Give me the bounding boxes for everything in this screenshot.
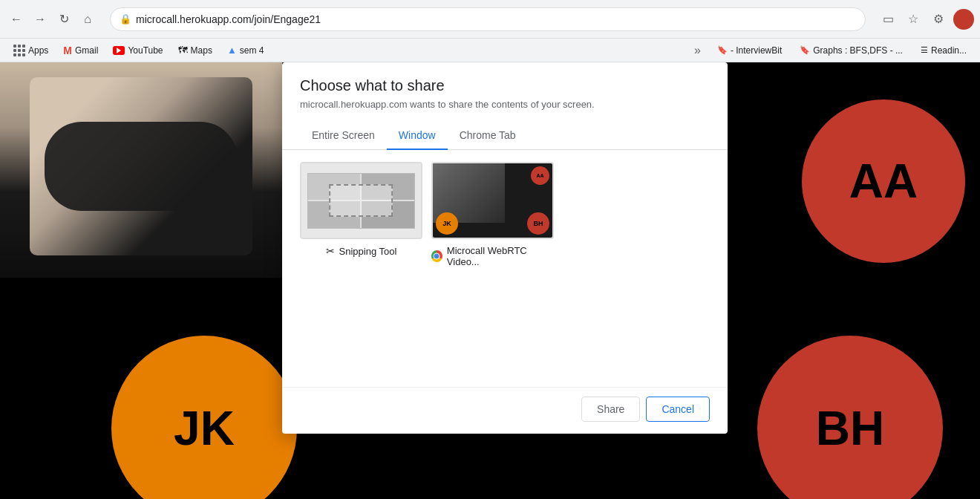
forward-button[interactable]: → <box>30 9 50 30</box>
dialog-content: ✂ Snipping Tool AA JK BH Microcall WebRT <box>282 150 728 387</box>
home-button[interactable]: ⌂ <box>77 9 98 30</box>
snipping-label: ✂ Snipping Tool <box>326 245 397 257</box>
window-option-snipping[interactable]: ✂ Snipping Tool <box>300 162 422 267</box>
dialog-tabs: Entire Screen Window Chrome Tab <box>282 122 728 150</box>
snipping-icon: ✂ <box>326 245 335 257</box>
nav-buttons: ← → ↻ ⌂ <box>6 9 98 30</box>
bookmark-apps[interactable]: Apps <box>7 43 54 58</box>
circle-jk: JK <box>111 336 297 499</box>
tab-entire-screen[interactable]: Entire Screen <box>300 122 387 150</box>
maps-label: Maps <box>191 45 212 56</box>
dialog-title: Choose what to share <box>300 77 710 94</box>
url-text: microcall.herokuapp.com/join/Engage21 <box>136 13 321 25</box>
apps-label: Apps <box>28 45 48 56</box>
bookmark-interviewbit[interactable]: 🔖 - InterviewBit <box>711 44 788 57</box>
page-background: JK BH AA Choose what to share microcall.… <box>0 62 980 499</box>
bookmarks-bar: Apps M Gmail YouTube 🗺 Maps ▲ sem 4 » 🔖 … <box>0 39 980 62</box>
tab-window[interactable]: Window <box>387 122 448 150</box>
apps-grid-icon <box>13 45 25 56</box>
extensions-button[interactable]: ⚙ <box>928 9 949 30</box>
dialog-subtitle: microcall.herokuapp.com wants to share t… <box>300 99 710 110</box>
cast-button[interactable]: ▭ <box>878 9 898 30</box>
back-button[interactable]: ← <box>6 9 27 30</box>
tab-chrome-tab[interactable]: Chrome Tab <box>448 122 528 150</box>
window-option-webrtc[interactable]: AA JK BH Microcall WebRTC Video... <box>431 162 554 267</box>
bookmark-reading[interactable]: ☰ Readin... <box>915 44 973 57</box>
bookmark-sem4[interactable]: ▲ sem 4 <box>221 43 270 57</box>
interviewbit-icon: 🔖 <box>717 45 728 55</box>
gmail-icon: M <box>63 45 72 56</box>
dialog-header: Choose what to share microcall.herokuapp… <box>282 62 728 116</box>
webcam-feed <box>0 62 282 278</box>
sem4-label: sem 4 <box>240 45 264 56</box>
webrtc-thumb: AA JK BH <box>431 162 554 239</box>
webrtc-avatar-jk: JK <box>436 212 458 235</box>
webrtc-label: Microcall WebRTC Video... <box>431 245 554 267</box>
graphs-icon: 🔖 <box>800 45 810 55</box>
circle-bh: BH <box>757 336 943 499</box>
browser-toolbar: ← → ↻ ⌂ 🔒 microcall.herokuapp.com/join/E… <box>0 0 980 39</box>
profile-avatar[interactable] <box>953 9 974 30</box>
chrome-icon <box>431 250 442 262</box>
reload-button[interactable]: ↻ <box>53 9 74 30</box>
bookmark-graphs[interactable]: 🔖 Graphs : BFS,DFS - ... <box>794 44 909 57</box>
cancel-button[interactable]: Cancel <box>646 397 710 422</box>
bookmark-button[interactable]: ☆ <box>903 9 924 30</box>
address-bar[interactable]: 🔒 microcall.herokuapp.com/join/Engage21 <box>110 7 866 31</box>
bookmark-gmail[interactable]: M Gmail <box>57 43 104 58</box>
lock-icon: 🔒 <box>120 13 131 25</box>
youtube-label: YouTube <box>128 45 163 56</box>
bookmark-youtube[interactable]: YouTube <box>107 44 169 57</box>
webcam-area <box>0 62 282 278</box>
drive-icon: ▲ <box>227 45 237 56</box>
reading-icon: ☰ <box>921 45 928 55</box>
bookmark-right-items: 🔖 - InterviewBit 🔖 Graphs : BFS,DFS - ..… <box>711 44 973 57</box>
bookmarks-overflow-button[interactable]: » <box>690 42 705 59</box>
snipping-thumb <box>300 162 422 239</box>
share-dialog: Choose what to share microcall.herokuapp… <box>282 62 728 434</box>
webrtc-avatar-aa: AA <box>531 166 549 185</box>
maps-icon: 🗺 <box>178 45 188 56</box>
share-button[interactable]: Share <box>581 397 640 422</box>
browser-actions: ▭ ☆ ⚙ <box>878 9 974 30</box>
browser-chrome: ← → ↻ ⌂ 🔒 microcall.herokuapp.com/join/E… <box>0 0 980 62</box>
gmail-label: Gmail <box>75 45 98 56</box>
webrtc-avatar-bh: BH <box>527 212 549 235</box>
dialog-footer: Share Cancel <box>282 387 728 434</box>
circle-aa: AA <box>802 100 965 263</box>
youtube-icon <box>113 46 125 55</box>
bookmark-maps[interactable]: 🗺 Maps <box>172 43 218 57</box>
